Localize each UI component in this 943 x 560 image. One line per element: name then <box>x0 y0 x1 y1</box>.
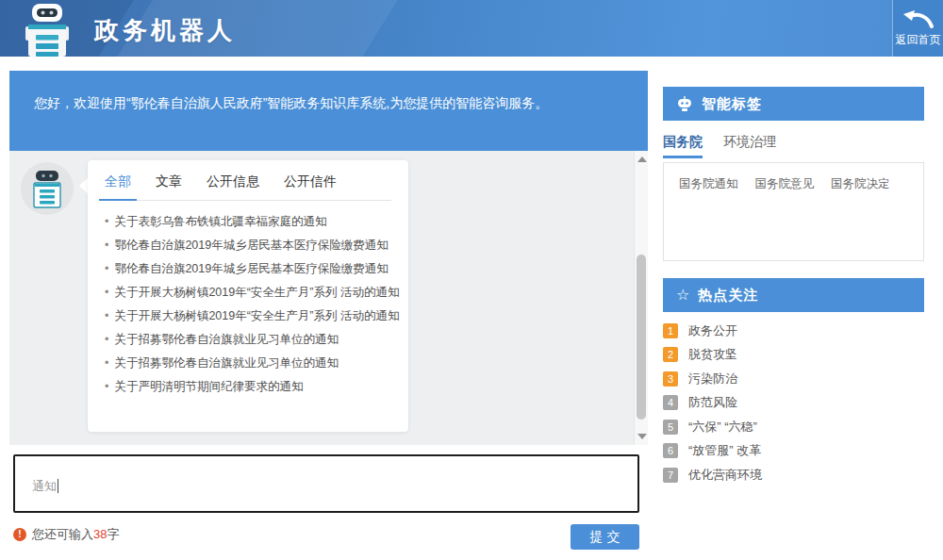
rank-badge: 6 <box>663 443 678 458</box>
hot-topics-title: 热点关注 <box>698 287 758 305</box>
rank-badge: 7 <box>663 468 678 483</box>
robot-head-icon <box>676 95 693 112</box>
tab-all[interactable]: 全部 <box>105 173 131 190</box>
tag-link[interactable]: 国务院意见 <box>755 176 815 192</box>
rank-badge: 5 <box>663 420 678 435</box>
notice-link[interactable]: •关于开展大杨树镇2019年“安全生产月”系列 活动的通知 <box>105 281 391 305</box>
notice-list: •关于表彰乌鲁布铁镇北疆幸福家庭的通知 •鄂伦春自治旗2019年城乡居民基本医疗… <box>105 210 391 399</box>
tag-link[interactable]: 国务院通知 <box>679 176 738 192</box>
counter-text: 您还可输入38字 <box>32 526 119 543</box>
bullet: • <box>105 333 108 346</box>
robot-logo-icon <box>17 3 77 57</box>
tag-category-tabs: 国务院 环境治理 <box>663 134 776 158</box>
tag-box: 国务院通知 国务院意见 国务院决定 <box>663 162 924 261</box>
tab-public-info[interactable]: 公开信息 <box>207 173 259 190</box>
question-input-value: 通知 <box>32 479 57 493</box>
hot-topics-list: 1政务公开 2脱贫攻坚 3污染防治 4防范风险 5“六保” “六稳” 6“放管服… <box>663 319 924 487</box>
notice-link[interactable]: •关于严明清明节期间纪律要求的通知 <box>105 375 391 399</box>
notice-link[interactable]: •关于开展大杨树镇2019年“安全生产月”系列 活动的通知 <box>105 305 391 328</box>
bullet: • <box>105 239 108 252</box>
rank-badge: 4 <box>663 395 678 410</box>
hot-topic-item[interactable]: 2脱贫攻坚 <box>663 343 924 368</box>
hot-topic-item[interactable]: 6“放管服” 改革 <box>663 439 924 464</box>
bullet: • <box>105 309 108 322</box>
tab-public-letters[interactable]: 公开信件 <box>284 173 337 190</box>
app-header: 政务机器人 返回首页 <box>0 0 943 57</box>
chat-scrollbar[interactable] <box>634 151 648 445</box>
rank-badge: 2 <box>663 347 678 362</box>
results-card: 全部 文章 公开信息 公开信件 •关于表彰乌鲁布铁镇北疆幸福家庭的通知 •鄂伦春… <box>88 160 408 432</box>
star-icon: ☆ <box>676 288 689 303</box>
bullet: • <box>105 286 108 299</box>
hot-topic-item[interactable]: 4防范风险 <box>663 391 924 416</box>
tag-link[interactable]: 国务院决定 <box>831 176 890 192</box>
hot-topic-item[interactable]: 5“六保” “六稳” <box>663 415 924 439</box>
back-home-label: 返回首页 <box>896 32 941 48</box>
bullet: • <box>105 380 108 393</box>
notice-link[interactable]: •鄂伦春自治旗2019年城乡居民基本医疗保险缴费通知 <box>105 257 391 281</box>
chat-area: 全部 文章 公开信息 公开信件 •关于表彰乌鲁布铁镇北疆幸福家庭的通知 •鄂伦春… <box>9 151 648 445</box>
rank-badge: 3 <box>663 371 678 387</box>
page-title: 政务机器人 <box>94 14 236 47</box>
back-arrow-icon <box>902 8 935 29</box>
notice-link[interactable]: •关于表彰乌鲁布铁镇北疆幸福家庭的通知 <box>105 210 391 234</box>
tag-tab-state-council[interactable]: 国务院 <box>663 134 703 158</box>
hot-topic-item[interactable]: 1政务公开 <box>663 319 924 343</box>
hot-topics-header: ☆ 热点关注 <box>663 278 924 312</box>
tab-articles[interactable]: 文章 <box>156 173 182 190</box>
hot-topic-item[interactable]: 3污染防治 <box>663 367 924 391</box>
bot-avatar <box>21 162 74 215</box>
scroll-down-arrow-icon[interactable] <box>637 434 647 439</box>
smart-tags-title: 智能标签 <box>702 95 762 113</box>
bullet: • <box>105 215 108 228</box>
submit-button[interactable]: 提交 <box>571 524 639 550</box>
bullet: • <box>105 262 108 275</box>
smart-tags-header: 智能标签 <box>663 87 924 121</box>
scroll-up-arrow-icon[interactable] <box>637 156 647 162</box>
hot-topic-item[interactable]: 7优化营商环境 <box>663 463 924 487</box>
tag-tab-environment[interactable]: 环境治理 <box>723 134 776 158</box>
page: 政务机器人 返回首页 您好，欢迎使用“鄂伦春自治旗人民政府”智能政务知识库系统,… <box>0 0 943 560</box>
remaining-count: 38 <box>93 527 107 541</box>
notice-link[interactable]: •关于招募鄂伦春自治旗就业见习单位的通知 <box>105 352 391 375</box>
alert-icon: ! <box>13 528 26 541</box>
back-home-button[interactable]: 返回首页 <box>892 0 943 57</box>
notice-link[interactable]: •关于招募鄂伦春自治旗就业见习单位的通知 <box>105 328 391 352</box>
notice-link[interactable]: •鄂伦春自治旗2019年城乡居民基本医疗保险缴费通知 <box>105 234 391 257</box>
question-input[interactable]: 通知 <box>13 454 639 513</box>
rank-badge: 1 <box>663 323 678 338</box>
text-caret <box>58 479 58 493</box>
scrollbar-thumb[interactable] <box>637 255 646 420</box>
robot-avatar-icon <box>26 168 68 209</box>
bullet: • <box>105 356 108 370</box>
welcome-message: 您好，欢迎使用“鄂伦春自治旗人民政府”智能政务知识库系统,为您提供的智能咨询服务… <box>9 71 648 151</box>
char-counter: ! 您还可输入38字 <box>13 526 119 543</box>
result-tabs: 全部 文章 公开信息 公开信件 <box>105 173 391 201</box>
